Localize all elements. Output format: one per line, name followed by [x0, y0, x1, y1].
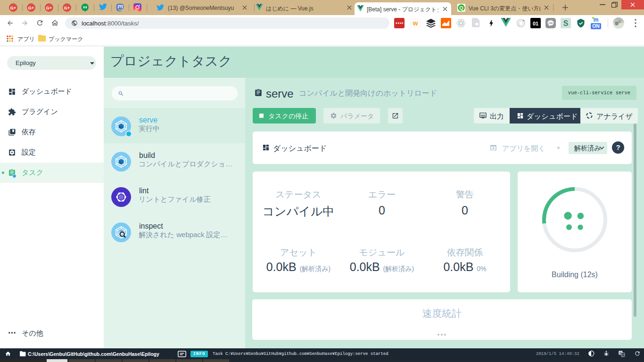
svg-text:G+: G+ [46, 6, 52, 10]
svg-text:w: w [413, 19, 418, 27]
svg-text:ON: ON [592, 23, 600, 29]
svg-text:S: S [563, 19, 569, 27]
svg-text:字: 字 [622, 354, 624, 356]
svg-text:01: 01 [533, 21, 538, 26]
svg-text:m: m [594, 16, 599, 23]
svg-text:LINE: LINE [548, 22, 553, 25]
svg-text:G+: G+ [10, 6, 16, 10]
svg-text:G+: G+ [64, 6, 70, 10]
svg-text:Q: Q [459, 5, 463, 11]
svg-text:G+: G+ [28, 6, 34, 10]
